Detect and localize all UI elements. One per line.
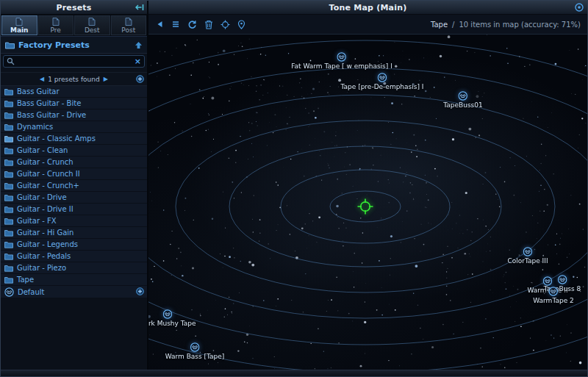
folder-row[interactable]: Guitar - FX bbox=[1, 215, 147, 227]
folder-icon bbox=[4, 218, 13, 225]
default-preset-label: Default bbox=[18, 288, 143, 296]
search-icon bbox=[7, 57, 15, 65]
folder-row[interactable]: Bass Guitar bbox=[1, 86, 147, 98]
folder-row[interactable]: Guitar - Classic Amps bbox=[1, 133, 147, 145]
folder-row[interactable]: Guitar - Crunch II bbox=[1, 168, 147, 180]
preset-node-icon[interactable] bbox=[162, 309, 172, 319]
folder-label: Tape bbox=[17, 276, 34, 284]
prev-preset-icon[interactable]: ◀ bbox=[40, 76, 44, 82]
map-node[interactable]: ColorTape III bbox=[507, 247, 548, 265]
bottom-bar bbox=[1, 370, 587, 376]
results-count: 1 presets found bbox=[48, 76, 99, 83]
folder-label: Guitar - FX bbox=[17, 217, 57, 225]
tab-label: Pre bbox=[51, 26, 61, 34]
next-preset-icon[interactable]: ▶ bbox=[104, 76, 108, 82]
preset-node-icon[interactable] bbox=[558, 275, 567, 284]
folder-row[interactable]: Guitar - Legends bbox=[1, 239, 147, 251]
preset-node-icon[interactable] bbox=[190, 342, 199, 352]
preset-node-icon[interactable] bbox=[377, 73, 387, 82]
factory-presets-row[interactable]: Factory Presets bbox=[1, 37, 147, 54]
folder-row[interactable]: Bass Guitar - Drive bbox=[1, 109, 147, 121]
preset-page-icon bbox=[15, 18, 23, 26]
preset-folder-list: Bass Guitar Bass Guitar - Bite Bass Guit… bbox=[1, 86, 147, 286]
map-cursor-crosshair[interactable] bbox=[356, 197, 375, 216]
folder-icon bbox=[4, 182, 13, 190]
folder-label: Guitar - Drive bbox=[17, 193, 67, 201]
circle-logo-icon[interactable] bbox=[575, 3, 584, 12]
folder-icon bbox=[4, 229, 13, 237]
default-preset-row[interactable]: Default bbox=[1, 286, 147, 298]
results-row: ◀ 1 presets found ▶ bbox=[1, 73, 147, 86]
search-input[interactable] bbox=[18, 57, 132, 66]
clear-search-icon[interactable]: × bbox=[135, 57, 141, 65]
tone-map-title: Tone Map (Main) bbox=[329, 3, 407, 12]
preset-page-icon bbox=[88, 18, 96, 26]
folder-icon bbox=[4, 159, 13, 166]
preset-node-icon bbox=[4, 287, 14, 297]
locate-pin-icon[interactable] bbox=[237, 20, 245, 29]
refresh-icon[interactable] bbox=[187, 20, 197, 29]
folder-row[interactable]: Bass Guitar - Bite bbox=[1, 98, 147, 109]
map-node-label: TapeBuss01 bbox=[443, 101, 482, 109]
status-separator: / bbox=[452, 21, 454, 29]
folder-label: Guitar - Hi Gain bbox=[17, 229, 74, 237]
tab-pre[interactable]: Pre bbox=[38, 15, 74, 35]
folder-row[interactable]: Dynamics bbox=[1, 121, 147, 133]
folder-label: Bass Guitar bbox=[17, 87, 60, 96]
trash-icon[interactable] bbox=[204, 20, 213, 29]
folder-icon bbox=[4, 265, 13, 272]
tab-post[interactable]: Post bbox=[111, 15, 147, 35]
add-preset-icon[interactable] bbox=[136, 75, 144, 83]
folder-label: Guitar - Clean bbox=[17, 146, 68, 154]
map-node[interactable]: WarmTape 2 bbox=[533, 287, 574, 304]
collapse-left-arrow-icon[interactable] bbox=[135, 4, 144, 11]
tone-map-toolbar: Tape / 10 items in map (accuracy: 71%) bbox=[148, 15, 587, 35]
map-node-label: ColorTape III bbox=[507, 257, 548, 265]
folder-row[interactable]: Guitar - Drive bbox=[1, 192, 147, 204]
folder-row[interactable]: Guitar - Clean bbox=[1, 145, 147, 157]
folder-row[interactable]: Guitar - Crunch bbox=[1, 157, 147, 168]
preset-node-icon[interactable] bbox=[458, 91, 467, 101]
folder-row[interactable]: Guitar - Hi Gain bbox=[1, 227, 147, 239]
folder-row[interactable]: Tape bbox=[1, 274, 147, 286]
preset-node-icon[interactable] bbox=[337, 52, 346, 62]
content-area: Presets Main Pre Dest Post Factory Prese… bbox=[1, 1, 587, 370]
map-node-label: Warm Bass [Tape] bbox=[165, 353, 225, 360]
preset-page-icon bbox=[52, 18, 60, 26]
presets-panel: Presets Main Pre Dest Post Factory Prese… bbox=[1, 1, 148, 370]
folder-row[interactable]: Guitar - Drive II bbox=[1, 204, 147, 215]
folder-label: Bass Guitar - Bite bbox=[17, 99, 81, 107]
target-icon[interactable] bbox=[220, 20, 230, 29]
search-row: × bbox=[1, 54, 147, 73]
tab-label: Main bbox=[10, 26, 29, 34]
preset-node-icon[interactable] bbox=[523, 247, 532, 256]
status-items-info: 10 items in map (accuracy: 71%) bbox=[459, 21, 581, 29]
folder-row[interactable]: Guitar - Crunch+ bbox=[1, 180, 147, 192]
tab-dest[interactable]: Dest bbox=[74, 15, 110, 35]
map-node[interactable]: Dark Mushy Tape bbox=[148, 309, 196, 327]
factory-presets-label: Factory Presets bbox=[18, 40, 131, 50]
tone-map-canvas[interactable]: Fat Warm Tape [ w emphasis] I Tape [pre-… bbox=[148, 35, 587, 370]
tab-main[interactable]: Main bbox=[1, 15, 37, 35]
folder-row[interactable]: Guitar - Pedals bbox=[1, 251, 147, 262]
folder-row[interactable]: Guitar - Piezo bbox=[1, 262, 147, 274]
map-node[interactable]: Fat Warm Tape [ w emphasis] I bbox=[291, 52, 392, 70]
folder-icon bbox=[4, 276, 13, 284]
map-node[interactable]: Tape [pre-De-emphasis] I bbox=[340, 73, 423, 90]
folder-label: Guitar - Drive II bbox=[17, 205, 74, 213]
map-node[interactable]: TapeBuss01 bbox=[443, 91, 482, 109]
map-node-label: WarmTape 2 bbox=[533, 297, 574, 304]
folder-label: Guitar - Legends bbox=[17, 240, 78, 248]
move-up-arrow-icon[interactable] bbox=[135, 41, 143, 49]
preset-node-icon[interactable] bbox=[548, 287, 558, 296]
preset-tab-bar: Main Pre Dest Post bbox=[1, 15, 147, 37]
map-node[interactable]: Warm Bass [Tape] bbox=[165, 342, 225, 360]
folder-icon bbox=[4, 147, 13, 154]
back-icon[interactable] bbox=[155, 20, 164, 29]
folder-label: Guitar - Piezo bbox=[17, 264, 66, 272]
add-default-icon[interactable] bbox=[136, 287, 144, 295]
map-nodes-layer: Fat Warm Tape [ w emphasis] I Tape [pre-… bbox=[148, 35, 587, 370]
folder-icon bbox=[4, 170, 13, 178]
list-icon[interactable] bbox=[171, 20, 180, 29]
map-node-label: Dark Mushy Tape bbox=[148, 320, 196, 327]
